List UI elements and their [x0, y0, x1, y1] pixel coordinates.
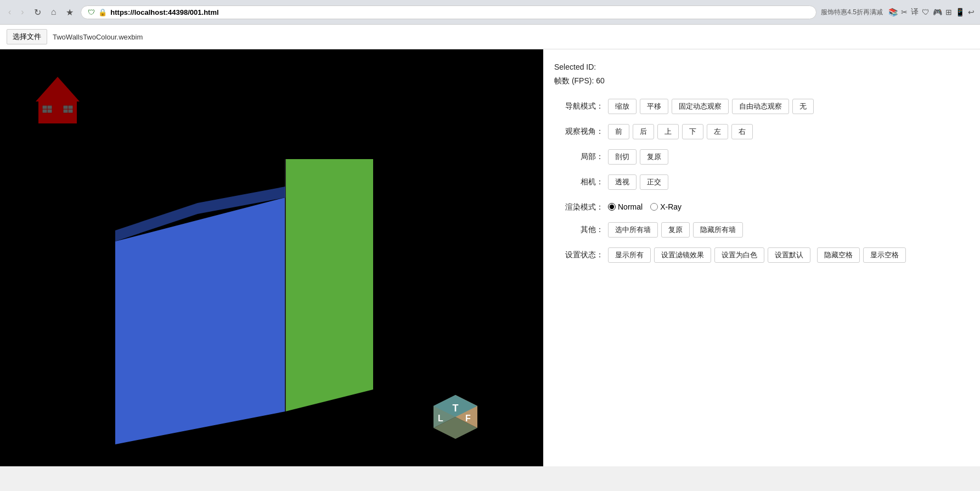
camera-label: 相机：	[554, 174, 604, 187]
browser-icons: 📚 ✂ 译 🛡 🎮 ⊞ 📱 ↩	[888, 7, 975, 17]
local-buttons: 剖切 复原	[608, 149, 668, 165]
browser-chrome: ‹ › ↻ ⌂ ★ 🛡 🔒 https://localhost:44398/00…	[0, 0, 980, 25]
view-front-button[interactable]: 前	[608, 124, 629, 139]
back-button[interactable]: ‹	[5, 6, 14, 18]
viewport[interactable]: T L F	[0, 49, 543, 466]
file-name-display: TwoWallsTwoColour.wexbim	[53, 33, 143, 41]
view-right-button[interactable]: 右	[731, 124, 753, 139]
set-default-button[interactable]: 设置默认	[768, 247, 810, 263]
render-mode-label: 渲染模式：	[554, 200, 604, 212]
settings-row: 设置状态： 显示所有 设置滤镜效果 设置为白色 设置默认 隐藏空格 显示空格	[554, 247, 969, 263]
toolbar: 选择文件 TwoWallsTwoColour.wexbim	[0, 25, 980, 49]
render-xray-radio[interactable]	[650, 203, 658, 211]
set-filter-button[interactable]: 设置滤镜效果	[654, 247, 711, 263]
view-angle-label: 观察视角：	[554, 124, 604, 137]
nav-mode-label: 导航模式：	[554, 99, 604, 111]
render-normal-option[interactable]: Normal	[608, 202, 643, 211]
other-label: 其他：	[554, 222, 604, 235]
render-mode-options: Normal X-Ray	[608, 200, 682, 211]
scissors-icon[interactable]: ✂	[901, 8, 908, 16]
nav-zoom-button[interactable]: 缩放	[608, 99, 637, 114]
settings-label: 设置状态：	[554, 247, 604, 260]
view-left-button[interactable]: 左	[707, 124, 728, 139]
other-restore-button[interactable]: 复原	[661, 222, 690, 238]
view-top-button[interactable]: 上	[657, 124, 679, 139]
tablet-icon[interactable]: 📱	[955, 8, 965, 16]
nav-mode-buttons: 缩放 平移 固定动态观察 自由动态观察 无	[608, 99, 814, 114]
main-content: T L F Selected ID: 帧数 (FPS): 60 导航模式： 缩放…	[0, 49, 980, 466]
shield2-icon[interactable]: 🛡	[922, 8, 930, 16]
browser-right-area: 服饰特惠4.5折再满减 📚 ✂ 译 🛡 🎮 ⊞ 📱 ↩	[821, 7, 975, 17]
orientation-cube: T L F	[423, 384, 488, 450]
view-bottom-button[interactable]: 下	[682, 124, 703, 139]
nav-free-orbit-button[interactable]: 自由动态观察	[732, 99, 789, 114]
url-text: https://localhost:44398/001.html	[110, 8, 809, 16]
camera-buttons: 透视 正交	[608, 174, 668, 190]
other-row: 其他： 选中所有墙 复原 隐藏所有墙	[554, 222, 969, 238]
info-section: Selected ID: 帧数 (FPS): 60	[554, 60, 969, 88]
choose-file-button[interactable]: 选择文件	[7, 29, 47, 44]
star-button[interactable]: ★	[63, 6, 76, 19]
local-row: 局部： 剖切 复原	[554, 149, 969, 165]
render-xray-option[interactable]: X-Ray	[650, 202, 682, 211]
clip-button[interactable]: 剖切	[608, 149, 637, 165]
shield-icon: 🛡	[88, 8, 95, 16]
windows-icon[interactable]: ⊞	[945, 8, 952, 16]
show-all-button[interactable]: 显示所有	[608, 247, 651, 263]
set-white-button[interactable]: 设置为白色	[714, 247, 764, 263]
local-label: 局部：	[554, 149, 604, 162]
render-normal-label: Normal	[618, 202, 643, 211]
translate-icon[interactable]: 译	[911, 7, 919, 17]
settings-buttons: 显示所有 设置滤镜效果 设置为白色 设置默认 隐藏空格 显示空格	[608, 247, 906, 263]
render-mode-row: 渲染模式： Normal X-Ray	[554, 200, 969, 212]
reload-button[interactable]: ↻	[31, 6, 44, 19]
show-space-button[interactable]: 显示空格	[863, 247, 906, 263]
lock-icon: 🔒	[98, 8, 107, 16]
perspective-button[interactable]: 透视	[608, 174, 637, 190]
view-back-button[interactable]: 后	[633, 124, 654, 139]
view-angle-buttons: 前 后 上 下 左 右	[608, 124, 753, 139]
orthographic-button[interactable]: 正交	[640, 174, 668, 190]
selected-id-text: Selected ID:	[554, 60, 969, 74]
render-xray-label: X-Ray	[660, 202, 682, 211]
camera-row: 相机： 透视 正交	[554, 174, 969, 190]
home-button[interactable]: ⌂	[48, 6, 59, 18]
hide-all-walls-button[interactable]: 隐藏所有墙	[693, 222, 743, 238]
nav-fixed-orbit-button[interactable]: 固定动态观察	[672, 99, 729, 114]
svg-marker-4	[36, 77, 80, 101]
svg-marker-1	[285, 159, 373, 411]
game-icon[interactable]: 🎮	[933, 8, 942, 16]
render-normal-radio[interactable]	[608, 203, 616, 211]
hide-space-button[interactable]: 隐藏空格	[817, 247, 860, 263]
select-all-walls-button[interactable]: 选中所有墙	[608, 222, 658, 238]
local-restore-button[interactable]: 复原	[640, 149, 668, 165]
fps-text: 帧数 (FPS): 60	[554, 74, 969, 88]
address-bar[interactable]: 🛡 🔒 https://localhost:44398/001.html	[81, 5, 816, 19]
nav-pan-button[interactable]: 平移	[640, 99, 668, 114]
control-panel: Selected ID: 帧数 (FPS): 60 导航模式： 缩放 平移 固定…	[543, 49, 980, 466]
forward-button[interactable]: ›	[18, 6, 26, 18]
house-icon	[30, 71, 85, 128]
nav-none-button[interactable]: 无	[792, 99, 814, 114]
svg-marker-0	[115, 197, 285, 444]
svg-text:F: F	[465, 414, 471, 423]
nav-mode-row: 导航模式： 缩放 平移 固定动态观察 自由动态观察 无	[554, 99, 969, 114]
other-buttons: 选中所有墙 复原 隐藏所有墙	[608, 222, 743, 238]
undo-icon[interactable]: ↩	[968, 8, 975, 16]
view-angle-row: 观察视角： 前 后 上 下 左 右	[554, 124, 969, 139]
promo-text: 服饰特惠4.5折再满减	[821, 8, 883, 17]
extensions-icon[interactable]: 📚	[888, 8, 898, 16]
svg-text:T: T	[453, 403, 459, 414]
svg-text:L: L	[438, 414, 443, 423]
